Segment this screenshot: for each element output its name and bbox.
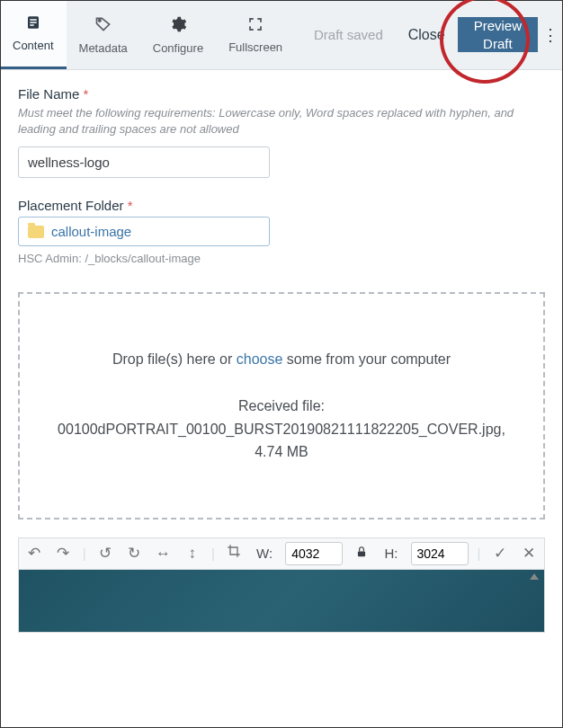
fullscreen-icon [247,16,264,37]
svg-rect-2 [30,22,37,23]
folder-icon [28,226,44,238]
tab-fullscreen[interactable]: Fullscreen [216,0,295,69]
choose-file-link[interactable]: choose [237,351,283,367]
confirm-icon[interactable]: ✓ [489,544,509,563]
svg-rect-3 [30,24,34,26]
preview-line2: Draft [483,35,513,53]
gear-icon [169,15,187,38]
redo-icon[interactable]: ↷ [53,544,73,563]
height-input[interactable] [411,542,469,565]
draft-saved-text: Draft saved [301,27,396,42]
more-menu-button[interactable]: ⋮ [538,25,563,45]
file-dropzone[interactable]: Drop file(s) here or choose some from yo… [18,292,545,519]
undo-icon[interactable]: ↶ [24,544,44,563]
rotate-right-icon[interactable]: ↻ [124,544,144,563]
tab-metadata[interactable]: Metadata [67,0,140,69]
image-preview [18,570,545,633]
tag-icon [94,15,112,38]
tab-configure-label: Configure [153,41,203,55]
editor-toolbar: Content Metadata Configure Fullscreen Dr… [0,0,563,70]
lock-icon[interactable] [352,545,371,563]
scroll-up-icon[interactable] [530,573,539,580]
received-file-name: 00100dPORTRAIT_00100_BURST20190821111822… [47,418,516,464]
content-area: File Name * Must meet the following requ… [0,70,563,649]
placement-folder-group: Placement Folder * callout-image HSC Adm… [18,198,545,265]
dropzone-prompt: Drop file(s) here or choose some from yo… [47,348,516,371]
file-name-label: File Name * [18,86,545,102]
image-editor-toolbar: ↶ ↷ | ↺ ↻ ↔ ↕ | W: H: | ✓ ✕ [18,537,545,570]
folder-value: callout-image [51,224,131,239]
received-label: Received file: [47,395,516,418]
preview-line1: Preview [474,17,522,35]
file-name-group: File Name * Must meet the following requ… [18,86,545,178]
tab-content-label: Content [13,39,54,52]
tab-fullscreen-label: Fullscreen [228,40,282,54]
file-name-hint: Must meet the following requirements: Lo… [18,105,545,138]
tab-content[interactable]: Content [0,0,67,69]
height-label: H: [385,546,398,561]
cancel-icon[interactable]: ✕ [519,544,539,563]
file-name-input[interactable] [18,146,270,178]
crop-icon[interactable] [224,544,244,563]
close-button[interactable]: Close [396,27,458,43]
folder-path: HSC Admin: /_blocks/callout-image [18,252,545,265]
width-input[interactable] [285,542,343,565]
rotate-left-icon[interactable]: ↺ [95,544,115,563]
flip-horizontal-icon[interactable]: ↔ [153,545,173,563]
preview-draft-button[interactable]: Preview Draft [458,17,538,52]
flip-vertical-icon[interactable]: ↕ [183,545,202,563]
tab-metadata-label: Metadata [79,41,128,55]
placement-folder-label: Placement Folder * [18,198,545,213]
width-label: W: [256,546,273,561]
svg-point-4 [98,19,101,22]
folder-selector[interactable]: callout-image [18,217,270,246]
content-icon [25,14,41,35]
received-file-block: Received file: 00100dPORTRAIT_00100_BURS… [47,395,516,464]
svg-rect-5 [358,551,365,556]
tab-configure[interactable]: Configure [140,0,216,69]
svg-rect-1 [30,19,37,21]
